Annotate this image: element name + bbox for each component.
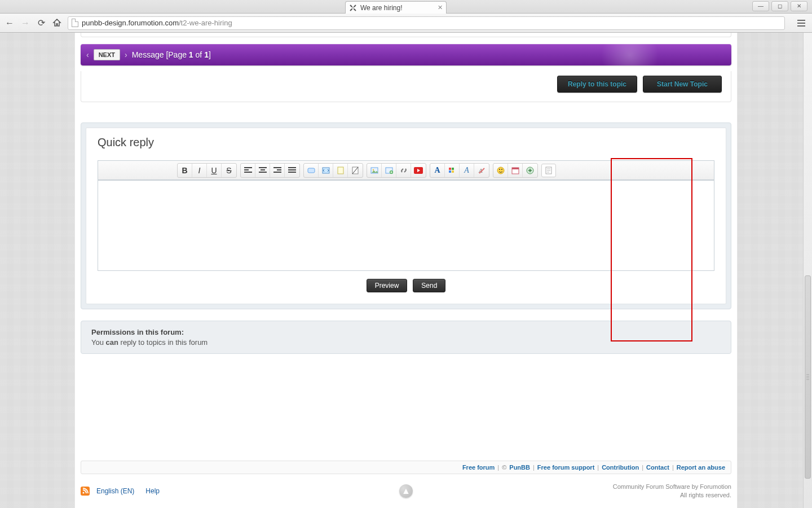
contribution-link[interactable]: Contribution <box>602 464 639 471</box>
window-minimize-button[interactable]: — <box>752 1 769 11</box>
pager-next-button[interactable]: NEXT <box>94 49 120 60</box>
tab-close-icon[interactable]: ✕ <box>438 4 443 11</box>
date-icon[interactable] <box>508 164 523 177</box>
support-link[interactable]: Free forum support <box>537 464 594 471</box>
reload-icon[interactable]: ⟳ <box>36 18 46 28</box>
quote-icon[interactable] <box>304 164 319 177</box>
browser-menu-icon[interactable] <box>795 17 807 29</box>
help-link[interactable]: Help <box>145 487 160 495</box>
permissions-line: You can reply to topics in this forum <box>91 338 721 347</box>
perm-pre: You <box>91 338 106 347</box>
rss-icon[interactable] <box>81 487 90 496</box>
align-left-icon[interactable] <box>241 164 255 177</box>
copyright-symbol: © <box>502 464 506 471</box>
pager-total: 1 <box>204 50 209 59</box>
browser-toolbar: ← → ⟳ punbb-design.forumotion.com /t2-we… <box>0 14 812 33</box>
back-icon[interactable]: ← <box>5 18 15 28</box>
reply-button[interactable]: Reply to this topic <box>557 76 637 93</box>
pager-message: Message [Page 1 of 1] <box>132 50 211 59</box>
language-selector[interactable]: English (EN) <box>96 487 134 495</box>
svg-point-21 <box>499 169 500 170</box>
forward-icon: → <box>20 18 30 28</box>
home-icon[interactable] <box>52 18 62 28</box>
credits-line2: All rights reserved. <box>613 491 731 499</box>
italic-icon[interactable]: I <box>192 164 207 177</box>
underline-icon[interactable]: U <box>207 164 222 177</box>
perm-post: reply to topics in this forum <box>118 338 208 347</box>
window-close-button[interactable]: ✕ <box>791 1 807 11</box>
contact-link[interactable]: Contact <box>646 464 669 471</box>
link-icon[interactable] <box>396 164 411 177</box>
preview-button[interactable]: Preview <box>367 279 408 292</box>
tab-favicon-icon <box>349 4 357 12</box>
perm-bold: can <box>106 338 118 347</box>
more-icon[interactable] <box>523 164 537 177</box>
svg-rect-6 <box>338 167 343 174</box>
svg-point-3 <box>352 7 354 8</box>
punbb-link[interactable]: PunBB <box>509 464 530 471</box>
page-container: ‹ NEXT › Message [Page 1 of 1] Reply to … <box>74 33 738 508</box>
svg-point-27 <box>83 492 85 493</box>
svg-point-22 <box>501 169 502 170</box>
report-link[interactable]: Report an abuse <box>677 464 725 471</box>
switch-mode-icon[interactable] <box>541 164 556 177</box>
page-viewport: ‹ NEXT › Message [Page 1 of 1] Reply to … <box>0 33 812 508</box>
emoji-icon[interactable] <box>493 164 508 177</box>
address-bar[interactable]: punbb-design.forumotion.com /t2-we-are-h… <box>68 16 785 30</box>
image-host-icon[interactable] <box>382 164 396 177</box>
url-path: /t2-we-are-hiring <box>179 19 232 27</box>
previous-panel-edge <box>81 33 731 37</box>
editor-textarea[interactable] <box>98 181 714 271</box>
svg-rect-24 <box>512 168 519 169</box>
topic-actions: Reply to this topic Start New Topic <box>81 71 731 102</box>
svg-point-10 <box>372 169 374 170</box>
free-forum-link[interactable]: Free forum <box>462 464 495 471</box>
svg-point-20 <box>497 167 504 174</box>
pager-of: of <box>193 50 204 59</box>
page-scrollbar[interactable] <box>803 33 812 508</box>
pager-prev-icon[interactable]: ‹ <box>86 50 89 59</box>
tab-title: We are hiring! <box>360 4 402 12</box>
align-justify-icon[interactable] <box>285 164 299 177</box>
code-icon[interactable] <box>319 164 333 177</box>
align-center-icon[interactable] <box>255 164 270 177</box>
youtube-icon[interactable] <box>411 164 426 177</box>
svg-rect-17 <box>452 170 454 173</box>
editor: B I U S <box>98 160 714 271</box>
svg-rect-5 <box>323 168 329 173</box>
spoiler-icon[interactable] <box>333 164 348 177</box>
browser-tab[interactable]: We are hiring! ✕ <box>345 1 447 14</box>
font-family-icon[interactable]: A <box>460 164 474 177</box>
align-right-icon[interactable] <box>270 164 285 177</box>
new-topic-button[interactable]: Start New Topic <box>643 76 722 93</box>
pager-current: 1 <box>189 50 193 59</box>
quick-reply-title: Quick reply <box>98 136 720 149</box>
window-maximize-button[interactable]: ◻ <box>771 1 788 11</box>
font-color-icon[interactable] <box>445 164 460 177</box>
credits-line1: Community Forum Software by Forumotion <box>613 483 731 491</box>
svg-rect-14 <box>449 168 451 170</box>
send-button[interactable]: Send <box>413 279 445 292</box>
footer-links: Free forum | © PunBB | Free forum suppor… <box>81 461 731 474</box>
pager-msg-suffix: ] <box>209 50 211 59</box>
url-domain: punbb-design.forumotion.com <box>82 19 179 27</box>
permissions-panel: Permissions in this forum: You can reply… <box>81 321 731 354</box>
font-size-icon[interactable]: A <box>430 164 445 177</box>
svg-rect-16 <box>449 170 451 173</box>
pager-msg-prefix: Message [Page <box>132 50 189 59</box>
remove-format-icon[interactable]: A <box>474 164 489 177</box>
browser-tab-strip: We are hiring! ✕ — ◻ ✕ <box>0 0 812 14</box>
editor-toolbar: B I U S <box>98 161 714 180</box>
quick-reply-panel: Quick reply B I U S <box>81 122 731 309</box>
scroll-top-button[interactable]: ▲ <box>399 484 413 498</box>
permissions-heading: Permissions in this forum: <box>91 328 721 336</box>
page-icon <box>72 19 78 27</box>
pager-next-icon[interactable]: › <box>125 50 127 59</box>
hidden-icon[interactable] <box>348 164 363 177</box>
pagination-bar: ‹ NEXT › Message [Page 1 of 1] <box>81 44 731 65</box>
image-icon[interactable] <box>367 164 382 177</box>
scrollbar-thumb[interactable] <box>805 275 811 479</box>
svg-rect-15 <box>452 168 454 170</box>
strike-icon[interactable]: S <box>222 164 236 177</box>
bold-icon[interactable]: B <box>178 164 192 177</box>
